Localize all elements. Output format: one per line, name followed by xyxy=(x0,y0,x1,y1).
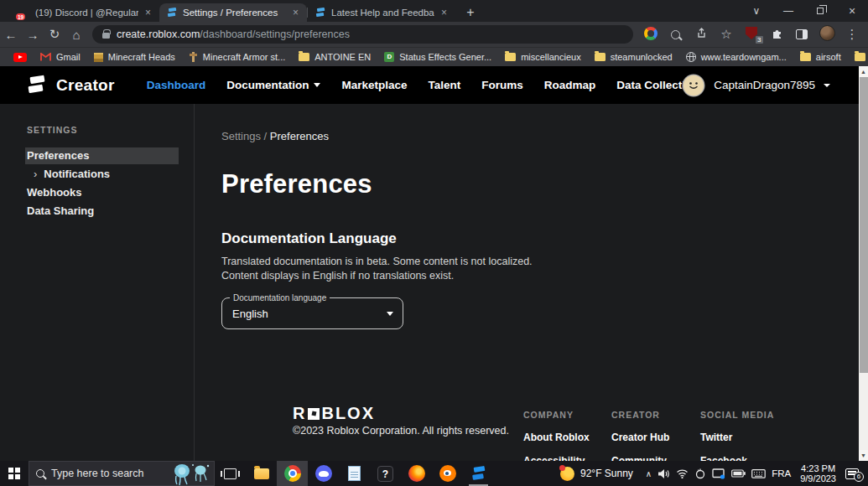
task-view-button[interactable] xyxy=(215,461,246,486)
minimize-button[interactable]: — xyxy=(772,5,804,17)
onedrive-sync-icon[interactable] xyxy=(694,468,706,479)
search-icon[interactable] xyxy=(665,28,687,42)
bookmark-steamunlocked[interactable]: steamunlocked xyxy=(590,50,678,64)
touch-keyboard-icon[interactable] xyxy=(751,469,766,478)
extensions-puzzle-icon[interactable] xyxy=(766,27,787,42)
bookmark-miscellancieux[interactable]: miscellancieux xyxy=(500,50,586,64)
scrollbar-thumb[interactable] xyxy=(860,77,868,373)
bookmark-status-effects[interactable]: Status Effects Gener... xyxy=(379,50,496,64)
page-scrollbar[interactable]: ▲ ▼ xyxy=(859,66,868,461)
bookmark-antoine[interactable]: ANTOINE EN xyxy=(294,50,376,64)
nav-documentation[interactable]: Documentation xyxy=(226,79,320,91)
roblox-studio-favicon-icon xyxy=(166,7,178,18)
breadcrumb-settings[interactable]: Settings xyxy=(221,130,261,142)
bookmark-minecraft-armor[interactable]: Minecraft Armor st... xyxy=(184,50,290,64)
nav-talent[interactable]: Talent xyxy=(429,79,461,91)
volume-icon[interactable] xyxy=(657,468,670,479)
close-button[interactable]: × xyxy=(836,4,868,18)
tab-title: (19) Discord | @Regularman xyxy=(35,8,138,18)
reload-icon[interactable]: ↻ xyxy=(44,27,65,42)
nav-roadmap[interactable]: Roadmap xyxy=(544,79,596,91)
discord-icon xyxy=(315,465,332,482)
bookmark-star-icon[interactable]: ☆ xyxy=(715,27,737,42)
scroll-down-icon[interactable]: ▼ xyxy=(859,450,868,461)
profile-avatar[interactable] xyxy=(816,25,838,44)
caret-down-icon xyxy=(824,84,830,87)
doc-language-select[interactable]: Documentation language English xyxy=(221,297,403,329)
window-controls: ∨ — × xyxy=(741,0,868,22)
nav-marketplace[interactable]: Marketplace xyxy=(341,79,407,91)
task-view-icon xyxy=(224,468,236,479)
google-icon[interactable] xyxy=(640,27,662,43)
search-highlight-jellyfish-icon[interactable] xyxy=(169,463,212,486)
tab-settings-preferences[interactable]: Settings / Preferences × xyxy=(159,3,307,22)
firefox-taskbar-button[interactable] xyxy=(401,461,432,486)
clock[interactable]: 4:23 PM 9/9/2023 xyxy=(800,463,836,484)
file-explorer-icon xyxy=(254,468,269,479)
doc-language-heading: Documentation Language xyxy=(221,230,397,247)
ublock-extension-icon[interactable]: 3 xyxy=(741,27,762,42)
bookmark-youtube[interactable] xyxy=(8,51,32,64)
user-menu[interactable]: CaptainDragon7895 xyxy=(682,66,830,104)
back-icon[interactable]: ← xyxy=(0,28,22,42)
scroll-up-icon[interactable]: ▲ xyxy=(859,66,868,77)
battery-icon[interactable] xyxy=(731,469,746,478)
footer-link[interactable]: Accessibility xyxy=(523,455,616,461)
sidebar-item-notifications[interactable]: ›Notifications xyxy=(0,166,195,183)
start-button[interactable] xyxy=(0,461,29,486)
footer-link[interactable]: Facebook xyxy=(700,455,793,461)
blender-taskbar-button[interactable] xyxy=(432,461,463,486)
sidebar-item-data-sharing[interactable]: Data Sharing xyxy=(0,203,195,220)
footer-link[interactable]: Creator Hub xyxy=(611,432,704,443)
taskbar-search[interactable]: Type here to search xyxy=(29,461,215,486)
bookmark-minecraft-heads[interactable]: Minecraft Heads xyxy=(89,50,180,64)
nav-forums[interactable]: Forums xyxy=(481,79,523,91)
file-explorer-button[interactable] xyxy=(246,461,277,486)
new-tab-button[interactable]: + xyxy=(460,3,481,22)
discord-taskbar-button[interactable] xyxy=(308,461,339,486)
gmail-icon xyxy=(40,53,51,61)
tab-search-icon[interactable]: ∨ xyxy=(741,5,772,17)
roblox-studio-taskbar-button[interactable] xyxy=(463,461,494,486)
bookmark-airsoft[interactable]: airsoft xyxy=(795,50,846,64)
select-label: Documentation language xyxy=(230,293,330,302)
home-icon[interactable]: ⌂ xyxy=(65,28,87,42)
tab-close-icon[interactable]: × xyxy=(291,7,300,18)
footer-link[interactable]: Twitter xyxy=(700,432,793,443)
action-center-icon[interactable]: 6 xyxy=(845,468,859,479)
sidebar-item-preferences[interactable]: Preferences xyxy=(0,147,195,164)
breadcrumb: Settings / Preferences xyxy=(221,130,329,142)
wifi-icon[interactable] xyxy=(676,468,689,478)
nav-dashboard[interactable]: Dashboard xyxy=(147,79,206,91)
bookmark-gmail[interactable]: Gmail xyxy=(35,50,86,64)
tab-close-icon[interactable]: × xyxy=(439,7,449,18)
roblox-studio-favicon-icon xyxy=(314,7,326,18)
tab-discord[interactable]: 19 (19) Discord | @Regularman × xyxy=(12,3,159,22)
chrome-taskbar-button[interactable] xyxy=(277,461,308,486)
restore-button[interactable] xyxy=(804,5,836,17)
creator-brand[interactable]: Creator xyxy=(25,74,115,96)
address-bar[interactable]: create.roblox.com/dashboard/settings/pre… xyxy=(92,25,633,44)
weather-sunny-icon[interactable] xyxy=(560,467,574,481)
menu-dots-icon[interactable]: ⋮ xyxy=(841,27,863,42)
lock-icon[interactable] xyxy=(102,33,110,39)
footer-link[interactable]: About Roblox xyxy=(523,432,616,443)
tab-help-feedback[interactable]: Latest Help and Feedback/Scripti × xyxy=(308,3,455,22)
forward-icon[interactable]: → xyxy=(22,28,44,42)
bookmark-legos[interactable]: Legos xyxy=(850,50,868,64)
input-language-indicator[interactable]: FRA xyxy=(772,468,791,478)
weather-text[interactable]: 92°F Sunny xyxy=(580,468,633,479)
sidebar-item-webhooks[interactable]: Webhooks xyxy=(0,184,195,201)
clip-studio-taskbar-button[interactable] xyxy=(370,461,401,486)
bookmark-teardown[interactable]: www.teardowngam... xyxy=(681,50,792,64)
side-panel-icon[interactable] xyxy=(791,28,813,42)
chrome-toolbar: ← → ↻ ⌂ create.roblox.com/dashboard/sett… xyxy=(0,22,868,47)
page-content: SETTINGS Preferences ›Notifications Webh… xyxy=(0,104,868,461)
share-icon[interactable] xyxy=(690,27,712,42)
tab-close-icon[interactable]: × xyxy=(143,7,153,18)
cast-screen-icon[interactable] xyxy=(712,468,725,479)
tray-chevron-up-icon[interactable]: ∧ xyxy=(646,469,652,478)
footer-link[interactable]: Community xyxy=(611,455,704,461)
notepad-taskbar-button[interactable] xyxy=(339,461,370,486)
site-nav: Dashboard Documentation Marketplace Tale… xyxy=(147,79,699,91)
